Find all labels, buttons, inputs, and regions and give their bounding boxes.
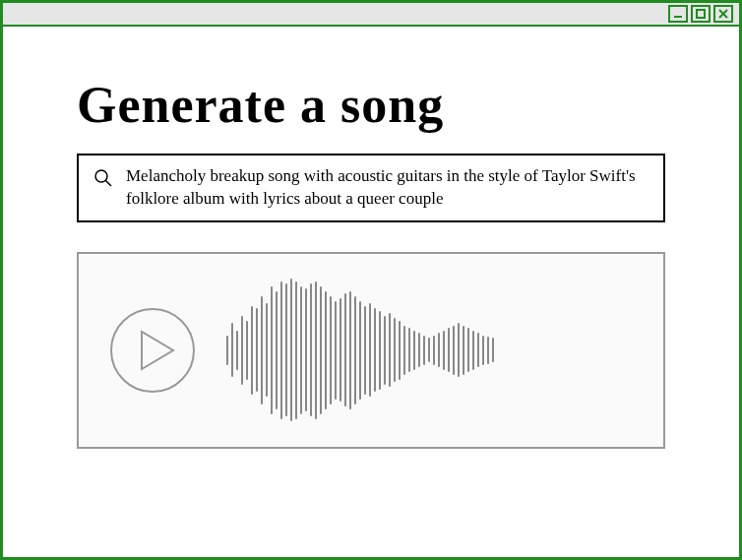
waveform-bar: [492, 338, 494, 362]
svg-marker-7: [142, 332, 173, 369]
waveform[interactable]: [226, 277, 634, 424]
waveform-bar: [487, 337, 489, 364]
waveform-bar: [379, 311, 381, 390]
waveform-bar: [261, 296, 263, 404]
waveform-bar: [226, 336, 228, 365]
waveform-bar: [408, 328, 410, 372]
audio-player: [77, 252, 665, 449]
waveform-bar: [433, 336, 435, 365]
waveform-bar: [280, 281, 282, 419]
waveform-bar: [310, 283, 312, 416]
waveform-bar: [374, 308, 376, 392]
waveform-bar: [477, 333, 479, 367]
waveform-bar: [453, 326, 455, 375]
waveform-bar: [256, 308, 258, 392]
waveform-bar: [438, 333, 440, 367]
waveform-bar: [266, 303, 268, 397]
waveform-bar: [359, 301, 361, 400]
waveform-bar: [246, 321, 248, 380]
play-button[interactable]: [108, 306, 197, 395]
waveform-bar: [458, 323, 460, 377]
waveform-bar: [413, 331, 415, 370]
waveform-bar: [384, 316, 386, 385]
waveform-bar: [482, 336, 484, 365]
waveform-bar: [295, 281, 297, 419]
app-window: Generate a song Melancholy breakup song …: [0, 0, 742, 560]
waveform-bar: [241, 316, 243, 385]
waveform-bar: [399, 321, 401, 380]
waveform-bar: [472, 331, 474, 370]
waveform-bar: [251, 306, 253, 395]
waveform-bar: [290, 279, 292, 421]
waveform-bar: [300, 286, 302, 414]
waveform-bar: [364, 306, 366, 395]
prompt-input-container[interactable]: Melancholy breakup song with acoustic gu…: [77, 154, 665, 222]
waveform-bar: [344, 293, 346, 406]
waveform-bar: [285, 283, 287, 416]
svg-point-4: [95, 170, 107, 182]
waveform-bar: [394, 318, 396, 382]
minimize-button[interactable]: [668, 5, 688, 23]
waveform-bar: [276, 291, 278, 409]
waveform-bar: [335, 301, 337, 400]
waveform-bar: [369, 303, 371, 397]
close-button[interactable]: [713, 5, 733, 23]
maximize-icon: [695, 8, 707, 20]
play-icon: [108, 306, 197, 395]
waveform-bar: [325, 291, 327, 409]
minimize-icon: [672, 8, 684, 20]
waveform-bar: [428, 338, 430, 362]
waveform-bar: [463, 326, 464, 375]
waveform-bar: [315, 281, 317, 419]
waveform-bar: [330, 296, 332, 404]
svg-point-6: [111, 309, 194, 392]
waveform-bar: [320, 286, 322, 414]
waveform-bar: [403, 326, 405, 375]
waveform-bar: [236, 331, 238, 370]
waveform-bar: [305, 288, 307, 411]
waveform-bar: [340, 298, 341, 402]
maximize-button[interactable]: [691, 5, 711, 23]
waveform-bar: [354, 296, 356, 404]
waveform-bar: [448, 328, 450, 372]
waveform-bar: [231, 323, 233, 377]
waveform-bar: [418, 333, 420, 367]
svg-line-5: [106, 181, 112, 187]
waveform-bar: [443, 331, 445, 370]
page-title: Generate a song: [77, 76, 665, 134]
content-area: Generate a song Melancholy breakup song …: [3, 27, 739, 478]
titlebar: [3, 3, 739, 27]
waveform-bar: [423, 336, 425, 365]
waveform-bar: [271, 286, 273, 414]
close-icon: [717, 8, 729, 20]
search-icon: [93, 167, 114, 193]
waveform-bar: [389, 313, 391, 387]
waveform-bar: [349, 291, 351, 409]
prompt-input[interactable]: Melancholy breakup song with acoustic gu…: [126, 165, 649, 211]
waveform-bar: [467, 328, 469, 372]
svg-rect-1: [697, 10, 705, 18]
